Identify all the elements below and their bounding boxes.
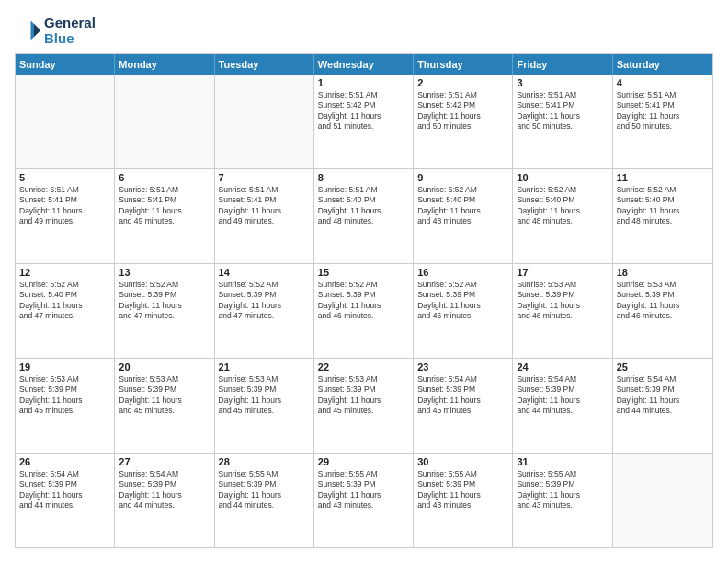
day-number: 3 (517, 77, 608, 88)
week-1: 1Sunrise: 5:51 AM Sunset: 5:42 PM Daylig… (16, 75, 712, 168)
header-cell-tuesday: Tuesday (215, 54, 314, 75)
calendar: SundayMondayTuesdayWednesdayThursdayFrid… (15, 53, 713, 548)
svg-marker-1 (34, 24, 40, 37)
day-cell-26: 26Sunrise: 5:54 AM Sunset: 5:39 PM Dayli… (16, 454, 115, 547)
empty-cell (215, 75, 314, 168)
day-number: 30 (417, 456, 508, 467)
calendar-body: 1Sunrise: 5:51 AM Sunset: 5:42 PM Daylig… (16, 75, 712, 547)
day-number: 19 (19, 362, 110, 373)
cell-info: Sunrise: 5:53 AM Sunset: 5:39 PM Dayligh… (19, 374, 110, 417)
cell-info: Sunrise: 5:51 AM Sunset: 5:41 PM Dayligh… (19, 185, 110, 227)
day-number: 29 (318, 456, 409, 467)
cell-info: Sunrise: 5:54 AM Sunset: 5:39 PM Dayligh… (119, 469, 210, 511)
day-number: 10 (517, 172, 608, 183)
day-cell-21: 21Sunrise: 5:53 AM Sunset: 5:39 PM Dayli… (215, 359, 314, 453)
day-cell-30: 30Sunrise: 5:55 AM Sunset: 5:39 PM Dayli… (414, 454, 513, 547)
cell-info: Sunrise: 5:54 AM Sunset: 5:39 PM Dayligh… (19, 469, 110, 511)
day-cell-3: 3Sunrise: 5:51 AM Sunset: 5:41 PM Daylig… (513, 75, 612, 168)
day-cell-20: 20Sunrise: 5:53 AM Sunset: 5:39 PM Dayli… (115, 359, 214, 453)
day-cell-13: 13Sunrise: 5:52 AM Sunset: 5:39 PM Dayli… (115, 264, 214, 358)
day-cell-2: 2Sunrise: 5:51 AM Sunset: 5:42 PM Daylig… (414, 75, 513, 168)
cell-info: Sunrise: 5:51 AM Sunset: 5:42 PM Dayligh… (417, 90, 508, 132)
day-number: 25 (617, 362, 709, 373)
logo-icon (15, 17, 40, 43)
day-number: 22 (318, 362, 409, 373)
empty-cell (613, 454, 712, 547)
day-number: 7 (219, 172, 310, 183)
empty-cell (115, 75, 214, 168)
week-4: 19Sunrise: 5:53 AM Sunset: 5:39 PM Dayli… (16, 358, 712, 453)
day-cell-10: 10Sunrise: 5:52 AM Sunset: 5:40 PM Dayli… (513, 169, 612, 263)
header-cell-sunday: Sunday (16, 54, 115, 75)
cell-info: Sunrise: 5:52 AM Sunset: 5:39 PM Dayligh… (318, 280, 409, 322)
week-5: 26Sunrise: 5:54 AM Sunset: 5:39 PM Dayli… (16, 453, 712, 547)
day-number: 5 (19, 172, 110, 183)
page: General Blue SundayMondayTuesdayWednesda… (0, 0, 728, 563)
day-number: 14 (219, 267, 310, 278)
day-cell-4: 4Sunrise: 5:51 AM Sunset: 5:41 PM Daylig… (613, 75, 712, 168)
cell-info: Sunrise: 5:52 AM Sunset: 5:39 PM Dayligh… (417, 280, 508, 322)
cell-info: Sunrise: 5:55 AM Sunset: 5:39 PM Dayligh… (219, 469, 310, 511)
day-cell-9: 9Sunrise: 5:52 AM Sunset: 5:40 PM Daylig… (414, 169, 513, 263)
cell-info: Sunrise: 5:52 AM Sunset: 5:40 PM Dayligh… (517, 185, 608, 227)
day-cell-31: 31Sunrise: 5:55 AM Sunset: 5:39 PM Dayli… (513, 454, 612, 547)
cell-info: Sunrise: 5:53 AM Sunset: 5:39 PM Dayligh… (318, 374, 409, 417)
cell-info: Sunrise: 5:52 AM Sunset: 5:40 PM Dayligh… (617, 185, 709, 227)
day-number: 26 (19, 456, 110, 467)
day-number: 6 (119, 172, 210, 183)
day-number: 28 (219, 456, 310, 467)
day-cell-16: 16Sunrise: 5:52 AM Sunset: 5:39 PM Dayli… (414, 264, 513, 358)
cell-info: Sunrise: 5:52 AM Sunset: 5:39 PM Dayligh… (219, 280, 310, 322)
cell-info: Sunrise: 5:54 AM Sunset: 5:39 PM Dayligh… (517, 374, 608, 417)
day-number: 13 (119, 267, 210, 278)
day-cell-14: 14Sunrise: 5:52 AM Sunset: 5:39 PM Dayli… (215, 264, 314, 358)
day-number: 9 (417, 172, 508, 183)
cell-info: Sunrise: 5:52 AM Sunset: 5:40 PM Dayligh… (19, 280, 110, 322)
calendar-header: SundayMondayTuesdayWednesdayThursdayFrid… (16, 54, 712, 75)
header-cell-monday: Monday (115, 54, 214, 75)
cell-info: Sunrise: 5:51 AM Sunset: 5:41 PM Dayligh… (119, 185, 210, 227)
cell-info: Sunrise: 5:53 AM Sunset: 5:39 PM Dayligh… (119, 374, 210, 417)
header-cell-thursday: Thursday (414, 54, 513, 75)
day-cell-25: 25Sunrise: 5:54 AM Sunset: 5:39 PM Dayli… (613, 359, 712, 453)
cell-info: Sunrise: 5:53 AM Sunset: 5:39 PM Dayligh… (617, 280, 709, 322)
day-cell-5: 5Sunrise: 5:51 AM Sunset: 5:41 PM Daylig… (16, 169, 115, 263)
day-number: 20 (119, 362, 210, 373)
header-cell-friday: Friday (513, 54, 612, 75)
week-3: 12Sunrise: 5:52 AM Sunset: 5:40 PM Dayli… (16, 263, 712, 358)
cell-info: Sunrise: 5:52 AM Sunset: 5:39 PM Dayligh… (119, 280, 210, 322)
day-number: 15 (318, 267, 409, 278)
day-number: 23 (417, 362, 508, 373)
logo: General Blue (15, 15, 96, 46)
cell-info: Sunrise: 5:53 AM Sunset: 5:39 PM Dayligh… (219, 374, 310, 417)
cell-info: Sunrise: 5:51 AM Sunset: 5:41 PM Dayligh… (517, 90, 608, 132)
day-number: 21 (219, 362, 310, 373)
cell-info: Sunrise: 5:55 AM Sunset: 5:39 PM Dayligh… (517, 469, 608, 511)
day-cell-23: 23Sunrise: 5:54 AM Sunset: 5:39 PM Dayli… (414, 359, 513, 453)
day-number: 11 (617, 172, 709, 183)
week-2: 5Sunrise: 5:51 AM Sunset: 5:41 PM Daylig… (16, 168, 712, 263)
cell-info: Sunrise: 5:51 AM Sunset: 5:41 PM Dayligh… (617, 90, 709, 132)
logo-text: General Blue (44, 15, 96, 46)
day-number: 12 (19, 267, 110, 278)
day-cell-8: 8Sunrise: 5:51 AM Sunset: 5:40 PM Daylig… (314, 169, 414, 263)
cell-info: Sunrise: 5:54 AM Sunset: 5:39 PM Dayligh… (617, 374, 709, 417)
cell-info: Sunrise: 5:52 AM Sunset: 5:40 PM Dayligh… (417, 185, 508, 227)
day-number: 8 (318, 172, 409, 183)
day-number: 16 (417, 267, 508, 278)
header: General Blue (15, 15, 713, 46)
cell-info: Sunrise: 5:51 AM Sunset: 5:40 PM Dayligh… (318, 185, 409, 227)
cell-info: Sunrise: 5:51 AM Sunset: 5:41 PM Dayligh… (219, 185, 310, 227)
cell-info: Sunrise: 5:54 AM Sunset: 5:39 PM Dayligh… (417, 374, 508, 417)
day-number: 18 (617, 267, 709, 278)
day-number: 2 (417, 77, 508, 88)
day-cell-29: 29Sunrise: 5:55 AM Sunset: 5:39 PM Dayli… (314, 454, 414, 547)
cell-info: Sunrise: 5:55 AM Sunset: 5:39 PM Dayligh… (417, 469, 508, 511)
day-cell-17: 17Sunrise: 5:53 AM Sunset: 5:39 PM Dayli… (513, 264, 612, 358)
day-cell-7: 7Sunrise: 5:51 AM Sunset: 5:41 PM Daylig… (215, 169, 314, 263)
day-cell-1: 1Sunrise: 5:51 AM Sunset: 5:42 PM Daylig… (314, 75, 414, 168)
day-number: 17 (517, 267, 608, 278)
empty-cell (16, 75, 115, 168)
day-cell-15: 15Sunrise: 5:52 AM Sunset: 5:39 PM Dayli… (314, 264, 414, 358)
day-cell-11: 11Sunrise: 5:52 AM Sunset: 5:40 PM Dayli… (613, 169, 712, 263)
